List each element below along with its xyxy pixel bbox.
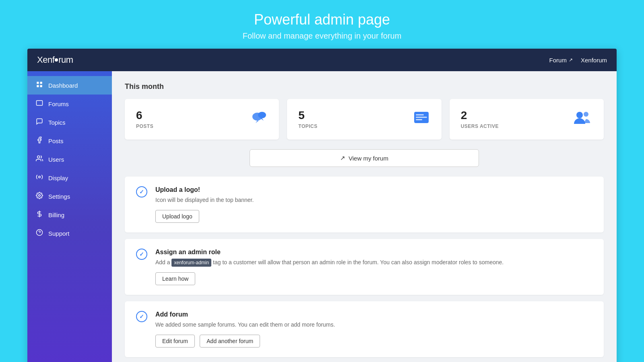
stat-number-users: 2 bbox=[461, 110, 499, 121]
svg-point-17 bbox=[576, 112, 583, 118]
info-card-add-forum: ✓ Add forum We added some sample forums.… bbox=[125, 301, 604, 357]
posts-stat-icon bbox=[250, 109, 268, 130]
support-icon bbox=[35, 229, 43, 238]
forum-link[interactable]: Forum ↗ bbox=[549, 57, 573, 64]
edit-forum-button[interactable]: Edit forum bbox=[155, 335, 195, 348]
svg-rect-16 bbox=[416, 119, 422, 120]
upload-logo-title: Upload a logo! bbox=[155, 186, 254, 193]
svg-point-5 bbox=[37, 156, 40, 158]
section-title: This month bbox=[125, 82, 604, 91]
sidebar-label-billing: Billing bbox=[48, 212, 64, 218]
posts-icon bbox=[35, 136, 43, 145]
svg-point-6 bbox=[39, 176, 41, 178]
add-forum-title: Add forum bbox=[155, 311, 335, 318]
add-forum-desc: We added some sample forums. You can edi… bbox=[155, 321, 335, 329]
users-stat-icon bbox=[572, 109, 592, 130]
svg-rect-1 bbox=[40, 82, 42, 84]
sidebar-item-posts[interactable]: Posts bbox=[27, 132, 112, 150]
svg-rect-2 bbox=[37, 85, 39, 87]
check-icon-admin: ✓ bbox=[136, 249, 147, 260]
admin-desc-suffix: tag to a customer will allow that person… bbox=[211, 259, 504, 265]
topics-icon bbox=[35, 118, 43, 127]
topbar-username: Xenforum bbox=[581, 57, 607, 64]
forums-icon bbox=[35, 99, 43, 108]
external-link-icon: ↗ bbox=[569, 57, 573, 63]
stats-row: 6 POSTS 5 TOPIC bbox=[125, 99, 604, 140]
svg-rect-14 bbox=[416, 114, 424, 115]
sidebar-item-support[interactable]: Support bbox=[27, 224, 112, 243]
hero-section: Powerful admin page Follow and manage ev… bbox=[0, 0, 644, 49]
sidebar: Dashboard Forums Topics Posts bbox=[27, 71, 112, 362]
sidebar-label-forums: Forums bbox=[48, 101, 69, 107]
sidebar-item-dashboard[interactable]: Dashboard bbox=[27, 76, 112, 95]
view-forum-label: View my forum bbox=[349, 155, 388, 162]
hero-title: Powerful admin page bbox=[8, 11, 636, 28]
stat-label-users: USERS ACTIVE bbox=[461, 123, 499, 129]
svg-rect-0 bbox=[37, 82, 39, 84]
assign-admin-desc: Add a xenforum-admin tag to a customer w… bbox=[155, 258, 504, 267]
check-icon-upload: ✓ bbox=[136, 186, 147, 197]
forum-link-label: Forum bbox=[549, 57, 567, 64]
info-card-upload-logo: ✓ Upload a logo! Icon will be displayed … bbox=[125, 177, 604, 232]
topics-stat-icon bbox=[413, 109, 430, 130]
svg-point-12 bbox=[258, 112, 266, 118]
app-shell: Xenfrum Forum ↗ Xenforum Dashboard bbox=[27, 49, 617, 362]
learn-how-button[interactable]: Learn how bbox=[155, 272, 195, 285]
sidebar-item-topics[interactable]: Topics bbox=[27, 113, 112, 132]
sidebar-label-settings: Settings bbox=[48, 193, 70, 200]
sidebar-item-billing[interactable]: Billing bbox=[27, 206, 112, 224]
sidebar-label-support: Support bbox=[48, 230, 70, 237]
svg-rect-15 bbox=[416, 117, 427, 118]
settings-icon bbox=[35, 192, 43, 201]
main-area: Dashboard Forums Topics Posts bbox=[27, 71, 617, 362]
stat-card-users: 2 USERS ACTIVE bbox=[450, 99, 604, 140]
view-forum-icon: ↗ bbox=[340, 154, 345, 162]
stat-card-posts: 6 POSTS bbox=[125, 99, 279, 140]
sidebar-label-posts: Posts bbox=[48, 138, 64, 144]
users-icon bbox=[35, 155, 43, 164]
upload-logo-desc: Icon will be displayed in the top banner… bbox=[155, 196, 254, 204]
stat-number-posts: 6 bbox=[136, 110, 153, 121]
stat-card-topics: 5 TOPICS bbox=[287, 99, 441, 140]
admin-tag: xenforum-admin bbox=[171, 259, 211, 267]
topbar-right: Forum ↗ Xenforum bbox=[549, 57, 607, 64]
svg-point-18 bbox=[584, 112, 588, 117]
sidebar-label-dashboard: Dashboard bbox=[48, 82, 78, 89]
hero-subtitle: Follow and manage everything in your for… bbox=[8, 31, 636, 41]
sidebar-label-display: Display bbox=[48, 175, 68, 181]
stat-number-topics: 5 bbox=[298, 110, 317, 121]
topbar: Xenfrum Forum ↗ Xenforum bbox=[27, 49, 617, 71]
sidebar-item-settings[interactable]: Settings bbox=[27, 187, 112, 206]
check-icon-forum: ✓ bbox=[136, 311, 147, 322]
info-card-assign-admin: ✓ Assign an admin role Add a xenforum-ad… bbox=[125, 239, 604, 295]
stat-label-posts: POSTS bbox=[136, 123, 153, 129]
svg-rect-4 bbox=[37, 101, 43, 105]
billing-icon bbox=[35, 210, 43, 219]
sidebar-item-forums[interactable]: Forums bbox=[27, 95, 112, 113]
display-icon bbox=[35, 173, 43, 182]
add-another-forum-button[interactable]: Add another forum bbox=[200, 335, 260, 348]
view-forum-button[interactable]: ↗ View my forum bbox=[250, 149, 479, 167]
logo: Xenfrum bbox=[37, 55, 73, 65]
sidebar-label-topics: Topics bbox=[48, 119, 66, 126]
sidebar-label-users: Users bbox=[48, 156, 64, 163]
svg-point-7 bbox=[39, 195, 41, 197]
sidebar-item-users[interactable]: Users bbox=[27, 150, 112, 169]
svg-rect-3 bbox=[40, 85, 42, 87]
stat-label-topics: TOPICS bbox=[298, 123, 317, 129]
assign-admin-title: Assign an admin role bbox=[155, 249, 504, 256]
sidebar-item-display[interactable]: Display bbox=[27, 169, 112, 187]
dashboard-icon bbox=[35, 81, 43, 90]
upload-logo-button[interactable]: Upload logo bbox=[155, 210, 199, 223]
admin-desc-prefix: Add a bbox=[155, 259, 171, 265]
main-content: This month 6 POSTS bbox=[112, 71, 617, 362]
